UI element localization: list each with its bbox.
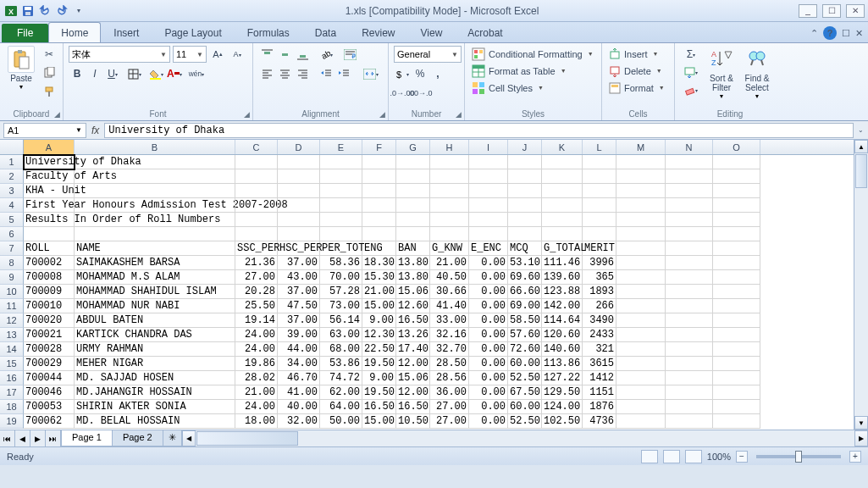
cell[interactable] xyxy=(666,256,713,270)
cell[interactable] xyxy=(75,169,235,184)
cell[interactable]: MEHER NIGAR xyxy=(75,357,235,371)
cell[interactable]: 56.14 xyxy=(320,313,362,328)
cell[interactable] xyxy=(469,155,508,169)
cell[interactable]: 40.00 xyxy=(278,400,320,414)
cell[interactable] xyxy=(666,213,713,227)
grow-font-icon[interactable]: A▴ xyxy=(209,46,226,63)
row-header[interactable]: 12 xyxy=(0,313,24,328)
cell[interactable]: 0.00 xyxy=(469,385,508,400)
cell[interactable]: 21.00 xyxy=(362,285,396,299)
close-button[interactable]: ✕ xyxy=(846,4,865,18)
cell[interactable] xyxy=(235,155,278,169)
cell[interactable]: 43.00 xyxy=(278,270,320,285)
cell[interactable]: 1893 xyxy=(583,285,616,299)
cell[interactable] xyxy=(542,155,583,169)
cell[interactable]: 32.00 xyxy=(278,414,320,429)
cell[interactable]: 27.00 xyxy=(430,414,469,429)
ribbon-tab-formulas[interactable]: Formulas xyxy=(235,22,302,42)
cell[interactable] xyxy=(396,184,430,198)
cell[interactable] xyxy=(666,270,713,285)
cell[interactable] xyxy=(320,227,362,241)
cell[interactable] xyxy=(616,213,666,227)
column-header[interactable]: G xyxy=(396,140,430,154)
cell[interactable]: 0.00 xyxy=(469,299,508,313)
scroll-down-button[interactable]: ▼ xyxy=(854,416,868,430)
cell[interactable]: University of Dhaka xyxy=(24,155,75,169)
cell[interactable]: 4736 xyxy=(583,414,616,429)
cell[interactable]: 46.70 xyxy=(278,371,320,385)
cell[interactable] xyxy=(616,342,666,357)
cell[interactable] xyxy=(713,313,760,328)
cell[interactable] xyxy=(235,227,278,241)
cell[interactable]: 1151 xyxy=(583,385,616,400)
row-header[interactable]: 14 xyxy=(0,342,24,357)
cell[interactable]: 63.00 xyxy=(320,328,362,342)
cell[interactable] xyxy=(616,184,666,198)
cell[interactable]: 13.26 xyxy=(396,328,430,342)
cell[interactable] xyxy=(616,400,666,414)
cell[interactable]: 700028 xyxy=(24,342,75,357)
cell[interactable] xyxy=(542,227,583,241)
cell[interactable] xyxy=(616,198,666,213)
column-header[interactable]: E xyxy=(320,140,362,154)
cell[interactable]: 68.00 xyxy=(320,342,362,357)
cell[interactable]: 1412 xyxy=(583,371,616,385)
cell[interactable] xyxy=(666,400,713,414)
cell[interactable] xyxy=(430,184,469,198)
increase-indent-icon[interactable] xyxy=(335,65,352,82)
cell[interactable] xyxy=(320,184,362,198)
cell[interactable]: MOHAMMAD M.S ALAM xyxy=(75,270,235,285)
cell[interactable] xyxy=(713,169,760,184)
cell[interactable] xyxy=(713,342,760,357)
cell[interactable] xyxy=(713,285,760,299)
cell[interactable]: 124.00 xyxy=(542,400,583,414)
cell[interactable]: 27.00 xyxy=(430,400,469,414)
cell[interactable]: 39.00 xyxy=(278,328,320,342)
sort-filter-button[interactable]: AZ Sort & Filter▼ xyxy=(705,46,738,99)
cell[interactable]: 30.66 xyxy=(430,285,469,299)
shrink-font-icon[interactable]: A▾ xyxy=(229,46,246,63)
cell[interactable]: 44.00 xyxy=(278,342,320,357)
cell[interactable]: SHIRIN AKTER SONIA xyxy=(75,400,235,414)
zoom-out-button[interactable]: − xyxy=(736,451,748,463)
font-name-combo[interactable]: 宋体▼ xyxy=(69,46,170,63)
cell[interactable]: 16.50 xyxy=(396,400,430,414)
font-size-combo[interactable]: 11▼ xyxy=(173,46,207,63)
cell[interactable]: 53.10 xyxy=(508,256,542,270)
cell[interactable]: 21.36 xyxy=(235,256,278,270)
cell[interactable] xyxy=(362,227,396,241)
cell[interactable]: 0.00 xyxy=(469,285,508,299)
cell[interactable]: 0.00 xyxy=(469,313,508,328)
cell[interactable]: 21.00 xyxy=(235,385,278,400)
cell[interactable]: MOHAMMAD SHAHIDUL ISLAM xyxy=(75,285,235,299)
cell[interactable]: 60.00 xyxy=(508,400,542,414)
row-header[interactable]: 3 xyxy=(0,184,24,198)
cell[interactable] xyxy=(616,357,666,371)
cell[interactable] xyxy=(469,198,508,213)
cell[interactable]: MCQ xyxy=(508,241,542,256)
cell[interactable]: 2433 xyxy=(583,328,616,342)
cell[interactable] xyxy=(320,198,362,213)
cell[interactable] xyxy=(713,400,760,414)
cell[interactable]: 700021 xyxy=(24,328,75,342)
cell[interactable]: 19.14 xyxy=(235,313,278,328)
cell[interactable]: 41.00 xyxy=(278,385,320,400)
cell[interactable]: BAN xyxy=(396,241,430,256)
copy-icon[interactable] xyxy=(41,64,58,81)
cut-icon[interactable]: ✂ xyxy=(41,46,58,63)
cell[interactable]: PER_TOT xyxy=(320,241,362,256)
cell[interactable] xyxy=(469,169,508,184)
cell[interactable] xyxy=(713,213,760,227)
cell[interactable]: ROLL xyxy=(24,241,75,256)
column-header[interactable]: J xyxy=(508,140,542,154)
cell[interactable]: 15.06 xyxy=(396,371,430,385)
cell[interactable]: 700002 xyxy=(24,256,75,270)
sheet-tab-active[interactable]: Page 1 xyxy=(61,430,113,446)
row-header[interactable]: 19 xyxy=(0,414,24,429)
row-header[interactable]: 7 xyxy=(0,241,24,256)
cell[interactable] xyxy=(616,285,666,299)
cell[interactable]: 139.60 xyxy=(542,270,583,285)
cell[interactable]: 28.56 xyxy=(430,371,469,385)
cell[interactable] xyxy=(508,213,542,227)
merge-center-icon[interactable]: ▾ xyxy=(359,65,383,82)
